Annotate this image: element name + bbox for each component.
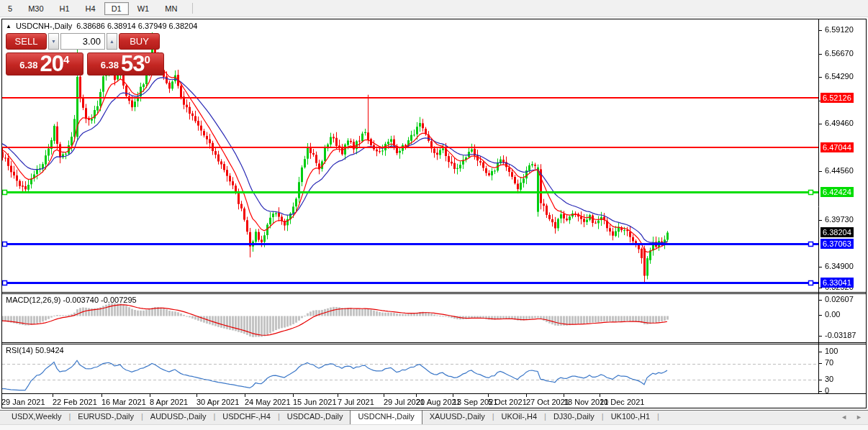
chart-tab-xauusd-daily[interactable]: XAUUSD-,Daily [422, 410, 492, 424]
date-axis-label: 27 Oct 2021 [526, 398, 569, 406]
price-axis-label: 6.59120 [825, 25, 854, 34]
price-level-badge: 6.33041 [820, 278, 854, 288]
rsi-axis-label: 0 [825, 386, 829, 395]
chart-tab-ukoil-h4[interactable]: UKOil-,H4 [494, 410, 545, 424]
timeframe-button-h1[interactable]: H1 [53, 2, 77, 15]
sell-price-prefix: 6.38 [19, 60, 37, 70]
arrow-up-icon: ▲ [109, 39, 114, 44]
timeframe-button-5[interactable]: 5 [1, 2, 19, 15]
date-axis-label: 29 Jan 2021 [1, 398, 45, 406]
macd-indicator-label: MACD(12,26,9) -0.003740 -0.007295 [6, 296, 137, 304]
macd-axis-label: -0.03187 [825, 331, 856, 339]
price-level-badge: 6.42424 [820, 187, 854, 197]
chart-tab-bar: USDX,Weekly|EURUSD-,Daily|AUDUSD-,Daily|… [0, 410, 868, 424]
price-axis-label: 6.54290 [825, 72, 854, 81]
arrow-down-icon: ▼ [51, 39, 56, 44]
rsi-axis-label: 70 [825, 358, 833, 367]
price-axis-label: 6.44560 [825, 166, 854, 175]
tab-scroll-right-icon[interactable]: ► [856, 413, 862, 421]
price-level-badge: 6.37063 [820, 239, 854, 249]
chart-tab-usdchf-h4[interactable]: USDCHF-,H4 [215, 410, 278, 424]
chart-tab-eurusd-daily[interactable]: EURUSD-,Daily [71, 410, 141, 424]
date-axis-label: 10 Dec 2021 [600, 398, 644, 406]
chart-tab-audusd-daily[interactable]: AUDUSD-,Daily [143, 410, 214, 424]
volume-increase-button[interactable]: ▲ [107, 33, 117, 50]
chart-title: ▲ USDCNH-,Daily 6.38686 6.38914 6.37949 … [6, 22, 197, 30]
price-axis-label: 6.39730 [825, 215, 854, 224]
date-axis-label: 7 Jul 2021 [338, 398, 374, 406]
chart-ohlc-values: 6.38686 6.38914 6.37949 6.38204 [76, 22, 197, 30]
date-axis-label: 24 May 2021 [245, 398, 291, 406]
timeframe-button-h4[interactable]: H4 [78, 2, 103, 15]
chart-symbol-label: USDCNH-,Daily [16, 22, 72, 30]
date-axis-label: 15 Jun 2021 [293, 398, 337, 406]
timeframe-button-d1[interactable]: D1 [104, 2, 129, 15]
chart-tab-dj30-daily[interactable]: DJ30-,Daily [546, 410, 602, 424]
rsi-axis-label: 100 [825, 347, 838, 355]
price-level-badge: 6.47044 [820, 142, 854, 152]
collapse-triangle-icon[interactable]: ▲ [6, 23, 12, 29]
one-click-trade-panel: SELL ▼ ▲ BUY 6.38 20 4 6.38 53 0 [6, 33, 164, 76]
date-axis-label: 30 Apr 2021 [196, 398, 239, 406]
timeframe-button-m30[interactable]: M30 [21, 2, 50, 15]
date-axis-label: 8 Apr 2021 [150, 398, 188, 406]
buy-price-main: 53 [121, 54, 144, 73]
sell-price-pip: 4 [63, 53, 69, 65]
price-level-badge: 6.38204 [820, 227, 854, 237]
timeframe-button-w1[interactable]: W1 [130, 2, 157, 15]
timeframe-button-mn[interactable]: MN [158, 2, 184, 15]
buy-price-prefix: 6.38 [101, 60, 119, 70]
rsi-indicator-label: RSI(14) 50.9424 [6, 346, 64, 354]
price-level-badge: 6.52126 [820, 93, 854, 103]
chart-tab-usdx-weekly[interactable]: USDX,Weekly [4, 410, 68, 424]
price-axis-label: 6.49460 [825, 119, 854, 127]
macd-axis-label: 0.00 [825, 310, 840, 319]
tab-scroll-left-icon[interactable]: ◄ [841, 413, 847, 421]
date-axis-label: 22 Feb 2021 [53, 398, 97, 406]
price-axis-label: 6.56670 [825, 49, 854, 58]
chart-tab-usdcnh-daily[interactable]: USDCNH-,Daily [350, 410, 422, 424]
timeframe-toolbar: 5M30H1H4D1W1MN [0, 0, 868, 17]
status-strip [0, 424, 868, 430]
sell-button[interactable]: SELL [6, 33, 47, 50]
volume-input[interactable] [60, 33, 105, 50]
toolbar-separator [192, 3, 193, 14]
tab-separator: | [657, 410, 659, 424]
date-axis-label: 16 Mar 2021 [101, 398, 146, 406]
volume-decrease-button[interactable]: ▼ [48, 33, 59, 50]
buy-price-box[interactable]: 6.38 53 0 [87, 52, 165, 76]
buy-price-pip: 0 [144, 53, 150, 65]
rsi-axis-label: 30 [825, 375, 833, 383]
price-axis-label: 6.34900 [825, 262, 854, 270]
chart-tab-uk100-h1[interactable]: UK100-,H1 [604, 410, 657, 424]
macd-axis-label: 0.02607 [825, 295, 854, 303]
chart-tab-usdcad-daily[interactable]: USDCAD-,Daily [280, 410, 351, 424]
date-axis-label: 5 Oct 2021 [488, 398, 527, 406]
sell-price-box[interactable]: 6.38 20 4 [6, 52, 83, 76]
buy-button[interactable]: BUY [119, 33, 160, 50]
sell-price-main: 20 [40, 54, 63, 73]
